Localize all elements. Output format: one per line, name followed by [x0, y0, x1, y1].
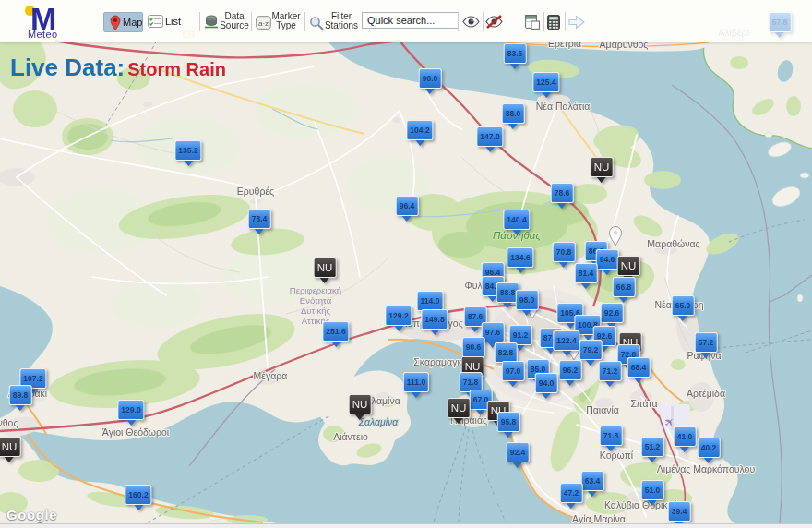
svg-text:Παιανία: Παιανία [586, 404, 619, 415]
svg-text:Αιάντειο: Αιάντειο [333, 431, 368, 442]
svg-text:Δυτικής: Δυτικής [301, 306, 330, 316]
svg-text:Άγιοι Θεόδωροι: Άγιοι Θεόδωροι [102, 426, 170, 438]
svg-text:Ερυθρές: Ερυθρές [237, 186, 274, 197]
svg-text:Κόρινθος: Κόρινθος [0, 417, 18, 428]
svg-text:Ενότητα: Ενότητα [300, 295, 332, 306]
svg-text:Αγία Μαρίνα: Αγία Μαρίνα [572, 513, 626, 523]
svg-text:Περιφερειακή: Περιφερειακή [290, 285, 341, 295]
svg-text:Μέγαρα: Μέγαρα [254, 370, 288, 381]
svg-text:Κορωπί: Κορωπί [600, 450, 634, 461]
svg-text:Αρτέμιδα: Αρτέμιδα [687, 388, 725, 399]
svg-text:Νέα Παλάτια: Νέα Παλάτια [536, 101, 591, 112]
svg-text:Λιμένας Μαρκόπουλου: Λιμένας Μαρκόπουλου [657, 463, 756, 474]
svg-text:Μαραθώνας: Μαραθώνας [647, 238, 699, 249]
svg-text:Σπάτα: Σπάτα [630, 398, 657, 409]
